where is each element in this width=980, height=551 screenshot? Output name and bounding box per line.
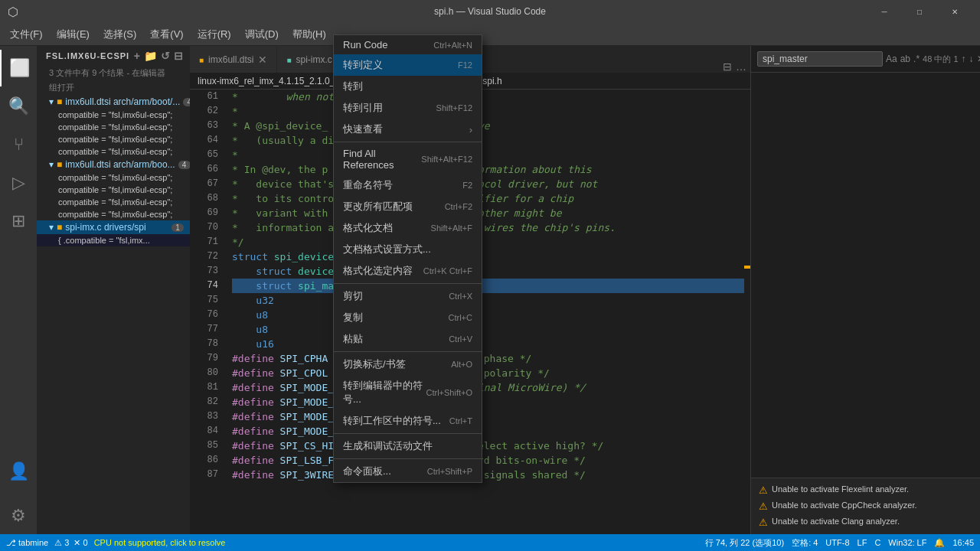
ctx-goto-ref[interactable]: 转到引用 Shift+F12	[334, 97, 482, 119]
sidebar-match-9[interactable]: { .compatible = "fsl,imx...	[37, 234, 190, 246]
ctx-toggle-bookmark[interactable]: 切换标志/书签 Alt+O	[334, 354, 482, 375]
ctx-command-palette[interactable]: 命令面板... Ctrl+Shift+P	[334, 461, 482, 482]
status-errors[interactable]: ⚠ 3 ✕ 0	[54, 538, 87, 548]
menu-run[interactable]: 运行(R)	[191, 24, 237, 44]
menu-edit[interactable]: 编辑(E)	[51, 24, 96, 44]
find-input[interactable]	[757, 51, 883, 67]
prev-match-icon[interactable]: ↑	[962, 51, 966, 67]
sidebar-match-2[interactable]: compatible = "fsl,imx6ul-ecsp";	[37, 121, 190, 133]
ctx-peek[interactable]: 快速查看 ›	[334, 119, 482, 140]
activity-search[interactable]: 🔍	[0, 88, 37, 125]
notif-clang[interactable]: ⚠ Unable to activate Clang analyzer.	[759, 514, 972, 530]
more-actions-icon[interactable]: …	[736, 60, 746, 73]
ctx-format-sel[interactable]: 格式化选定内容 Ctrl+K Ctrl+F	[334, 260, 482, 282]
minimize-button[interactable]: ─	[867, 0, 902, 23]
menu-help[interactable]: 帮助(H)	[286, 24, 332, 44]
code-line-64: * (usually a dis memory.	[232, 133, 744, 148]
sidebar-match-1[interactable]: compatible = "fsl,imx6ul-ecsp";	[37, 109, 190, 121]
status-line-ending[interactable]: LF	[858, 538, 867, 547]
status-notifications-icon[interactable]: 🔔	[934, 538, 945, 548]
ctx-format-doc-shortcut: Shift+Alt+F	[431, 223, 472, 233]
menu-select[interactable]: 选择(S)	[97, 24, 142, 44]
new-file-icon[interactable]: +	[134, 50, 141, 62]
maximize-button[interactable]: □	[902, 0, 937, 23]
ctx-copy-shortcut: Ctrl+C	[449, 313, 472, 322]
refresh-icon[interactable]: ↺	[161, 50, 171, 62]
ctx-goto-symbol-editor[interactable]: 转到编辑器中的符号... Ctrl+Shift+O	[334, 375, 482, 410]
line-66: 66	[190, 162, 218, 177]
status-encoding[interactable]: UTF-8	[825, 538, 849, 547]
split-editor-icon[interactable]: ⊟	[723, 60, 732, 73]
ctx-sep4	[334, 433, 482, 434]
activity-accounts[interactable]: 👤	[0, 453, 37, 490]
status-warning[interactable]: CPU not supported, click to resolve	[94, 538, 226, 547]
ctx-build-debug[interactable]: 生成和调试活动文件	[334, 435, 482, 457]
sidebar-match-8[interactable]: compatible = "fsl,imx6ul-ecsp";	[37, 208, 190, 220]
new-folder-icon[interactable]: 📁	[144, 50, 158, 62]
next-match-icon[interactable]: ↓	[969, 51, 974, 67]
sidebar-match-7[interactable]: compatible = "fsl,imx6ul-ecsp";	[37, 196, 190, 208]
activity-debug[interactable]: ▷	[0, 165, 37, 201]
ctx-find-all-refs[interactable]: Find All References Shift+Alt+F12	[334, 144, 482, 174]
sidebar-match-3[interactable]: compatible = "fsl,imx6ul-ecsp";	[37, 133, 190, 145]
code-line-62: *	[232, 104, 744, 119]
menu-file[interactable]: 文件(F)	[4, 24, 49, 44]
tab-label-spi-imx: spi-imx.c	[296, 54, 332, 65]
code-area[interactable]: * when not usin * * A @spi_device_ data …	[224, 90, 744, 534]
status-language[interactable]: C	[874, 538, 880, 547]
activity-extensions[interactable]: ⊞	[0, 203, 37, 240]
ctx-format-doc[interactable]: 格式化文档 Shift+Alt+F	[334, 217, 482, 239]
ctx-rename[interactable]: 重命名符号 F2	[334, 174, 482, 196]
ctx-goto-def[interactable]: 转到定义 F12	[334, 54, 482, 76]
title-text: spi.h — Visual Studio Code	[434, 6, 546, 17]
sidebar-match-6[interactable]: compatible = "fsl,imx6ul-ecsp";	[37, 184, 190, 196]
status-platform[interactable]: Win32: LF	[888, 538, 926, 547]
ctx-cut[interactable]: 剪切 Ctrl+X	[334, 285, 482, 307]
tab-close-imx6ull[interactable]: ✕	[258, 54, 267, 66]
ctx-goto-ref-label: 转到引用	[343, 101, 436, 115]
ctx-goto[interactable]: 转到	[334, 76, 482, 97]
activity-git[interactable]: ⑂	[0, 126, 37, 163]
close-find-icon[interactable]: ✕	[977, 51, 980, 67]
ctx-change-all[interactable]: 更改所有匹配项 Ctrl+F2	[334, 196, 482, 217]
line-86: 86	[190, 453, 218, 468]
activity-explorer[interactable]: ⬜	[0, 50, 37, 86]
notif-cppcheck[interactable]: ⚠ Unable to activate CppCheck analyzer.	[759, 498, 972, 514]
ctx-change-all-label: 更改所有匹配项	[343, 200, 445, 214]
ctx-run-code[interactable]: Run Code Ctrl+Alt+N	[334, 35, 482, 54]
match-case-icon[interactable]: Aa	[886, 51, 897, 67]
window-controls: ─ □ ✕	[867, 0, 972, 23]
regex-icon[interactable]: .*	[913, 51, 920, 67]
activity-settings[interactable]: ⚙	[0, 497, 37, 534]
ctx-peek-label: 快速查看	[343, 122, 469, 136]
sidebar-match-4[interactable]: compatible = "fsl,imx6ul-ecsp";	[37, 145, 190, 158]
ctx-paste[interactable]: 粘贴 Ctrl+V	[334, 328, 482, 350]
minimap-scrollbar[interactable]	[744, 90, 750, 534]
ctx-rename-label: 重命名符号	[343, 178, 462, 192]
status-branch[interactable]: ⎇ tabmine	[6, 538, 48, 548]
sidebar-item-file3[interactable]: ▾ ■ spi-imx.c drivers/spi 1	[37, 220, 190, 234]
sidebar-item-file2[interactable]: ▾ ■ imx6ull.dtsi arch/arm/boo... 4	[37, 158, 190, 171]
menu-view[interactable]: 查看(V)	[144, 24, 189, 44]
file-icon-dtsi1: ■	[57, 96, 62, 107]
sidebar-item-file1[interactable]: ▾ ■ imx6ull.dtsi arch/arm/boot/... 4	[37, 95, 190, 109]
status-position[interactable]: 行 74, 列 22 (选项10)	[705, 537, 784, 549]
code-line-61: * when not usin	[232, 90, 744, 104]
whole-word-icon[interactable]: ab	[900, 51, 910, 67]
line-79: 79	[190, 351, 218, 366]
ctx-format-with[interactable]: 文档格式设置方式...	[334, 239, 482, 260]
status-spaces[interactable]: 空格: 4	[792, 537, 818, 549]
ctx-command-palette-label: 命令面板...	[343, 465, 427, 478]
ctx-copy-label: 复制	[343, 311, 449, 324]
notif-flexelint[interactable]: ⚠ Unable to activate Flexelint analyzer.	[759, 482, 972, 498]
close-button[interactable]: ✕	[937, 0, 972, 23]
sidebar-match-5[interactable]: compatible = "fsl,imx6ul-ecsp";	[37, 171, 190, 184]
ctx-goto-symbol-ws[interactable]: 转到工作区中的符号... Ctrl+T	[334, 410, 482, 432]
tab-imx6ull[interactable]: ■ imx6ull.dtsi ✕	[190, 46, 277, 73]
collapse-all-icon[interactable]: ⊟	[174, 50, 184, 62]
ctx-copy[interactable]: 复制 Ctrl+C	[334, 307, 482, 328]
menu-debug[interactable]: 调试(D)	[239, 24, 285, 44]
line-74: 74	[190, 279, 218, 293]
breadcrumb-spi-h[interactable]: spi.h	[482, 76, 501, 86]
title-bar: ⬡ spi.h — Visual Studio Code ─ □ ✕	[0, 0, 980, 23]
